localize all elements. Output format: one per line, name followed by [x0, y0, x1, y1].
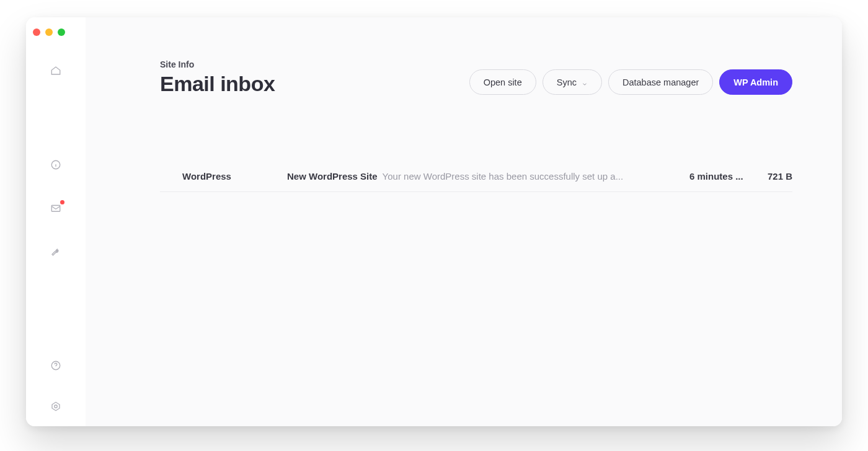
email-list: WordPress New WordPress Site Your new Wo… [160, 161, 792, 192]
sidebar-top-group [50, 64, 62, 258]
database-manager-label: Database manager [622, 77, 699, 87]
open-site-button[interactable]: Open site [469, 69, 536, 95]
header-actions: Open site Sync Database manager WP Admin [469, 69, 792, 95]
notification-dot [60, 200, 64, 204]
email-row[interactable]: WordPress New WordPress Site Your new Wo… [160, 161, 792, 192]
app-window: Site Info Email inbox Open site Sync Dat… [26, 17, 842, 426]
wp-admin-button[interactable]: WP Admin [719, 69, 792, 95]
sync-button[interactable]: Sync [542, 69, 602, 95]
header: Site Info Email inbox Open site Sync Dat… [160, 59, 792, 96]
home-icon[interactable] [50, 64, 62, 77]
tools-icon[interactable] [50, 245, 62, 258]
page-overline: Site Info [160, 59, 275, 69]
open-site-label: Open site [484, 77, 522, 87]
sync-label: Sync [557, 77, 577, 87]
minimize-window-button[interactable] [45, 28, 53, 36]
help-icon[interactable] [50, 359, 62, 372]
email-size: 721 B [755, 171, 792, 182]
sidebar-bottom-group [50, 359, 62, 413]
email-time: 6 minutes ... [689, 171, 751, 182]
window-controls [33, 28, 65, 36]
mail-icon[interactable] [50, 202, 62, 214]
sidebar [26, 17, 86, 426]
email-from: WordPress [160, 171, 287, 182]
close-window-button[interactable] [33, 28, 40, 36]
svg-rect-3 [51, 206, 60, 212]
info-icon[interactable] [50, 159, 62, 171]
database-manager-button[interactable]: Database manager [608, 69, 713, 95]
maximize-window-button[interactable] [58, 28, 65, 36]
svg-point-7 [55, 405, 58, 408]
wp-admin-label: WP Admin [733, 77, 778, 87]
title-block: Site Info Email inbox [160, 59, 275, 96]
email-snippet: Your new WordPress site has been success… [383, 171, 689, 182]
settings-icon[interactable] [50, 400, 62, 413]
page-title: Email inbox [160, 72, 275, 96]
email-subject: New WordPress Site [287, 171, 378, 182]
svg-marker-6 [52, 402, 60, 411]
main-content: Site Info Email inbox Open site Sync Dat… [86, 17, 842, 426]
chevron-down-icon [582, 79, 588, 85]
